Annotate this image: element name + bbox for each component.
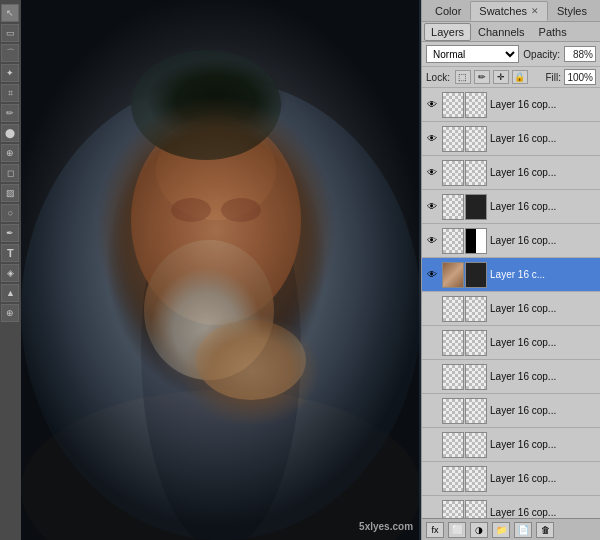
layer-thumb-group [442, 296, 487, 322]
watermark: 5xlyes.com [359, 521, 413, 532]
select-rect-tool[interactable]: ▭ [1, 24, 19, 42]
clone-tool[interactable]: ⊕ [1, 144, 19, 162]
pen-tool[interactable]: ✒ [1, 224, 19, 242]
layer-thumbnail [442, 398, 464, 424]
swatches-tab-close[interactable]: ✕ [531, 6, 539, 16]
crop-tool[interactable]: ⌗ [1, 84, 19, 102]
magic-wand-tool[interactable]: ✦ [1, 64, 19, 82]
panel-tab-bar: Color Swatches ✕ Styles [422, 0, 600, 22]
new-layer-btn[interactable]: 📄 [514, 522, 532, 538]
layer-thumb-group [442, 398, 487, 424]
lock-pixels-btn[interactable]: ✏ [474, 70, 490, 84]
layer-mask-thumbnail [465, 92, 487, 118]
layer-thumb-group [442, 432, 487, 458]
tab-color[interactable]: Color [426, 1, 470, 21]
layer-visibility-icon[interactable]: 👁 [424, 165, 440, 181]
move-tool[interactable]: ↖ [1, 4, 19, 22]
eraser-tool[interactable]: ◻ [1, 164, 19, 182]
layer-thumb-group [442, 466, 487, 492]
layer-thumb-group [442, 92, 487, 118]
text-tool[interactable]: T [1, 244, 19, 262]
layer-row[interactable]: Layer 16 cop... [422, 428, 600, 462]
fill-label: Fill: [545, 72, 561, 83]
layers-list: 👁Layer 16 cop...👁Layer 16 cop...👁Layer 1… [422, 88, 600, 518]
layer-row[interactable]: Layer 16 cop... [422, 462, 600, 496]
brush-tool[interactable]: ⬤ [1, 124, 19, 142]
sub-tab-layers[interactable]: Layers [424, 23, 471, 41]
layer-visibility-icon[interactable] [424, 437, 440, 453]
tab-styles[interactable]: Styles [548, 1, 596, 21]
shape-tool[interactable]: ▲ [1, 284, 19, 302]
layer-name-label: Layer 16 cop... [490, 337, 598, 348]
layer-row[interactable]: Layer 16 cop... [422, 292, 600, 326]
layer-visibility-icon[interactable]: 👁 [424, 97, 440, 113]
lock-transparent-btn[interactable]: ⬚ [455, 70, 471, 84]
layer-mask-thumbnail [465, 466, 487, 492]
sub-tab-channels[interactable]: Channels [471, 23, 531, 41]
layer-fx-btn[interactable]: fx [426, 522, 444, 538]
layer-row[interactable]: 👁Layer 16 c... [422, 258, 600, 292]
layer-thumbnail [442, 262, 464, 288]
opacity-label: Opacity: [523, 49, 560, 60]
path-select-tool[interactable]: ◈ [1, 264, 19, 282]
layer-mask-thumbnail [465, 262, 487, 288]
layer-row[interactable]: 👁Layer 16 cop... [422, 224, 600, 258]
layer-thumbnail [442, 194, 464, 220]
eyedropper-tool[interactable]: ✏ [1, 104, 19, 122]
layer-row[interactable]: Layer 16 cop... [422, 360, 600, 394]
sub-tab-paths[interactable]: Paths [532, 23, 574, 41]
layer-row[interactable]: Layer 16 cop... [422, 496, 600, 518]
layer-visibility-icon[interactable] [424, 301, 440, 317]
layer-mask-thumbnail [465, 160, 487, 186]
layer-mask-thumbnail [465, 194, 487, 220]
layer-row[interactable]: Layer 16 cop... [422, 394, 600, 428]
tab-swatches[interactable]: Swatches ✕ [470, 1, 548, 21]
layer-thumbnail [442, 432, 464, 458]
layer-thumbnail [442, 466, 464, 492]
lock-position-btn[interactable]: ✛ [493, 70, 509, 84]
layer-visibility-icon[interactable] [424, 335, 440, 351]
canvas-area[interactable]: 5xlyes.com [21, 0, 421, 540]
dodge-tool[interactable]: ○ [1, 204, 19, 222]
gradient-tool[interactable]: ▨ [1, 184, 19, 202]
layer-visibility-icon[interactable] [424, 369, 440, 385]
layer-row[interactable]: 👁Layer 16 cop... [422, 122, 600, 156]
delete-layer-btn[interactable]: 🗑 [536, 522, 554, 538]
layer-mask-thumbnail [465, 296, 487, 322]
layer-mask-btn[interactable]: ⬜ [448, 522, 466, 538]
layer-visibility-icon[interactable] [424, 505, 440, 519]
layer-name-label: Layer 16 cop... [490, 405, 598, 416]
layers-scroll-area: 👁Layer 16 cop...👁Layer 16 cop...👁Layer 1… [422, 88, 600, 518]
layer-row[interactable]: 👁Layer 16 cop... [422, 88, 600, 122]
layer-visibility-icon[interactable]: 👁 [424, 131, 440, 147]
blend-opacity-row: Normal Multiply Screen Overlay Opacity: [422, 42, 600, 67]
layer-visibility-icon[interactable]: 👁 [424, 267, 440, 283]
layer-adj-btn[interactable]: ◑ [470, 522, 488, 538]
layer-thumb-group [442, 500, 487, 519]
layer-thumbnail [442, 228, 464, 254]
layer-group-btn[interactable]: 📁 [492, 522, 510, 538]
photo-background [21, 0, 421, 540]
layers-panel: Color Swatches ✕ Styles Layers Channels … [421, 0, 600, 540]
layer-row[interactable]: 👁Layer 16 cop... [422, 190, 600, 224]
layer-row[interactable]: 👁Layer 16 cop... [422, 156, 600, 190]
layer-thumbnail [442, 330, 464, 356]
layer-name-label: Layer 16 cop... [490, 507, 598, 518]
layer-name-label: Layer 16 c... [490, 269, 598, 280]
layer-visibility-icon[interactable]: 👁 [424, 199, 440, 215]
layer-visibility-icon[interactable] [424, 403, 440, 419]
photo-svg [21, 0, 419, 540]
opacity-input[interactable] [564, 46, 596, 62]
layer-mask-thumbnail [465, 398, 487, 424]
layer-row[interactable]: Layer 16 cop... [422, 326, 600, 360]
layer-visibility-icon[interactable] [424, 471, 440, 487]
blend-mode-select[interactable]: Normal Multiply Screen Overlay [426, 45, 519, 63]
lock-all-btn[interactable]: 🔒 [512, 70, 528, 84]
layer-visibility-icon[interactable]: 👁 [424, 233, 440, 249]
layer-thumb-group [442, 228, 487, 254]
zoom-tool[interactable]: ⊕ [1, 304, 19, 322]
layer-thumb-group [442, 262, 487, 288]
layer-name-label: Layer 16 cop... [490, 473, 598, 484]
fill-input[interactable] [564, 69, 596, 85]
lasso-tool[interactable]: ⌒ [1, 44, 19, 62]
